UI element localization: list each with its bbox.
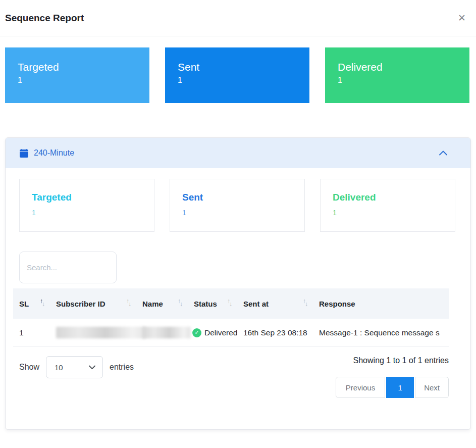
stat-value: 1 — [32, 209, 154, 217]
stat-card-delivered: Delivered 1 — [320, 179, 455, 232]
column-label: SL — [19, 300, 29, 308]
summary-card-sent: Sent 1 — [165, 47, 309, 103]
column-label: Subscriber ID — [56, 300, 105, 308]
panel-collapse-header[interactable]: 240-Minute — [6, 138, 470, 168]
table-footer: Show 10 entries Showing 1 to 1 of 1 entr… — [19, 356, 449, 398]
modal-header: Sequence Report ✕ — [0, 0, 476, 36]
stat-label: Targeted — [32, 192, 154, 203]
check-icon: ✓ — [192, 328, 201, 337]
cell-sl: 1 — [13, 319, 50, 347]
cell-response: Message-1 : Sequence message s — [313, 319, 449, 347]
report-table-wrap: SL ↑↓ Subscriber ID ↑↓ Name ↑↓ — [13, 288, 449, 347]
chevron-down-icon — [88, 365, 96, 370]
sequence-step-panel: 240-Minute Targeted 1 Sent 1 Delivered — [5, 137, 471, 430]
column-header-sl[interactable]: SL ↑↓ — [13, 288, 50, 319]
stat-card-targeted: Targeted 1 — [19, 179, 154, 232]
report-table: SL ↑↓ Subscriber ID ↑↓ Name ↑↓ — [13, 288, 449, 347]
column-header-status[interactable]: Status ↑↓ — [188, 288, 237, 319]
column-header-response[interactable]: Response — [313, 288, 449, 319]
page-size-group: Show 10 entries — [19, 356, 134, 378]
pagination: Previous 1 Next — [336, 377, 449, 398]
calendar-icon — [20, 149, 28, 158]
table-header-row: SL ↑↓ Subscriber ID ↑↓ Name ↑↓ — [13, 288, 449, 319]
card-label: Sent — [178, 61, 309, 73]
card-value: 1 — [18, 76, 149, 85]
close-icon[interactable]: ✕ — [456, 11, 468, 25]
name-redacted — [142, 327, 191, 338]
sort-icon: ↑↓ — [300, 300, 309, 307]
card-label: Delivered — [338, 61, 469, 73]
cell-status: ✓ Delivered — [188, 319, 237, 347]
show-label: Show — [19, 363, 39, 372]
sort-icon: ↑↓ — [175, 300, 184, 307]
card-value: 1 — [338, 76, 469, 85]
sort-icon: ↑↓ — [37, 300, 46, 307]
column-header-subscriber-id[interactable]: Subscriber ID ↑↓ — [50, 288, 136, 319]
table-row: 1 ✓ Delivered — [13, 319, 449, 347]
stat-value: 1 — [333, 209, 455, 217]
panel-stat-cards: Targeted 1 Sent 1 Delivered 1 — [19, 179, 455, 232]
summary-card-targeted: Targeted 1 — [5, 47, 149, 103]
pagination-area: Showing 1 to 1 of 1 entries Previous 1 N… — [336, 356, 449, 398]
pagination-next-button[interactable]: Next — [415, 377, 449, 398]
summary-card-delivered: Delivered 1 — [325, 47, 469, 103]
entries-label: entries — [110, 363, 134, 372]
cell-sent-at: 16th Sep 23 08:18 — [237, 319, 313, 347]
column-label: Name — [142, 300, 163, 308]
subscriber-id-redacted — [56, 327, 146, 338]
pagination-page-1-button[interactable]: 1 — [386, 377, 414, 398]
column-label: Status — [194, 300, 217, 308]
page-size-select[interactable]: 10 — [46, 356, 103, 378]
sort-icon: ↑↓ — [123, 300, 132, 307]
search-input[interactable] — [19, 252, 117, 283]
card-label: Targeted — [18, 61, 149, 73]
stat-label: Delivered — [333, 192, 455, 203]
cell-name — [136, 319, 188, 347]
stat-value: 1 — [182, 209, 304, 217]
status-text: Delivered — [204, 328, 237, 337]
sequence-report-modal: Sequence Report ✕ Targeted 1 Sent 1 Deli… — [0, 0, 476, 430]
column-label: Response — [319, 300, 355, 308]
stat-card-sent: Sent 1 — [170, 179, 305, 232]
status-badge: ✓ Delivered — [192, 328, 233, 337]
panel-body: Targeted 1 Sent 1 Delivered 1 — [6, 168, 470, 429]
card-value: 1 — [178, 76, 309, 85]
page-title: Sequence Report — [5, 13, 84, 24]
pagination-previous-button[interactable]: Previous — [336, 377, 385, 398]
column-header-name[interactable]: Name ↑↓ — [136, 288, 188, 319]
chevron-up-icon — [438, 150, 448, 157]
column-header-sent-at[interactable]: Sent at ↑↓ — [237, 288, 313, 319]
page-size-value: 10 — [55, 363, 63, 372]
summary-cards: Targeted 1 Sent 1 Delivered 1 — [5, 47, 469, 103]
sort-icon: ↑↓ — [224, 300, 233, 307]
panel-title: 240-Minute — [34, 148, 74, 158]
stat-label: Sent — [182, 192, 304, 203]
results-summary: Showing 1 to 1 of 1 entries — [353, 356, 449, 365]
cell-subscriber-id — [50, 319, 136, 347]
column-label: Sent at — [243, 300, 269, 308]
